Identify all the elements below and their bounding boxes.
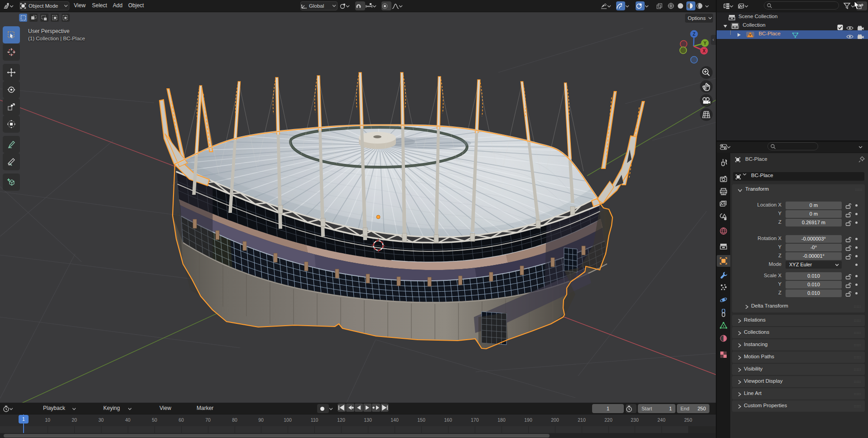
- svg-text:Y: Y: [704, 41, 707, 46]
- svg-text:Z: Z: [693, 32, 695, 37]
- svg-text:X: X: [703, 48, 706, 53]
